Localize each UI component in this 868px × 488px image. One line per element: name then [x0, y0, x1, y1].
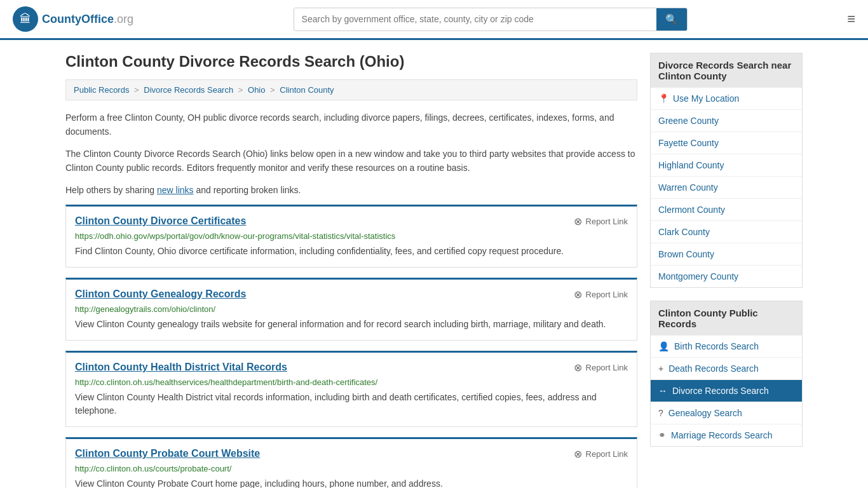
report-link-btn-2[interactable]: ⊗ Report Link	[574, 362, 628, 374]
breadcrumb-ohio[interactable]: Ohio	[248, 85, 265, 95]
public-records-item-4[interactable]: ⚭Marriage Records Search	[651, 424, 802, 446]
breadcrumb-clinton-county[interactable]: Clinton County	[280, 85, 334, 95]
location-icon: 📍	[658, 93, 669, 104]
page-title: Clinton County Divorce Records Search (O…	[65, 53, 637, 71]
nearby-county-item[interactable]: Montgomery County	[651, 266, 802, 287]
result-card: Clinton County Genealogy Records ⊗ Repor…	[65, 278, 637, 341]
result-url-0: https://odh.ohio.gov/wps/portal/gov/odh/…	[75, 231, 628, 241]
nearby-list: 📍 Use My Location Greene CountyFayette C…	[650, 88, 803, 288]
nearby-county-item[interactable]: Greene County	[651, 110, 802, 132]
nearby-county-item[interactable]: Highland County	[651, 154, 802, 177]
search-bar: 🔍	[294, 8, 688, 31]
result-title-1[interactable]: Clinton County Genealogy Records	[75, 288, 246, 300]
nearby-title: Divorce Records Search near Clinton Coun…	[650, 53, 803, 88]
result-card: Clinton County Health District Vital Rec…	[65, 351, 637, 427]
search-input[interactable]	[294, 8, 656, 30]
sidebar-icon-4: ⚭	[658, 430, 666, 440]
result-card: Clinton County Probate Court Website ⊗ R…	[65, 437, 637, 488]
main-wrapper: Clinton County Divorce Records Search (O…	[53, 40, 815, 488]
sidebar-icon-3: ?	[658, 408, 663, 418]
content-area: Clinton County Divorce Records Search (O…	[65, 53, 637, 488]
sidebar-icon-0: 👤	[658, 341, 669, 351]
breadcrumb-sep2: >	[238, 85, 245, 95]
new-links-link[interactable]: new links	[157, 185, 194, 195]
result-desc-1: View Clinton County genealogy trails web…	[75, 318, 628, 331]
sidebar: Divorce Records Search near Clinton Coun…	[650, 53, 803, 488]
result-card: Clinton County Divorce Certificates ⊗ Re…	[65, 205, 637, 268]
header: 🏛 CountyOffice.org 🔍 ≡	[0, 0, 868, 40]
public-records-section: Clinton County Public Records 👤Birth Rec…	[650, 301, 803, 447]
logo-text: CountyOffice.org	[42, 13, 133, 26]
search-icon: 🔍	[665, 14, 678, 25]
result-desc-0: Find Clinton County, Ohio divorce certif…	[75, 245, 628, 258]
public-records-items: 👤Birth Records Search+Death Records Sear…	[651, 336, 802, 446]
nearby-counties-list: Greene CountyFayette CountyHighland Coun…	[651, 110, 802, 287]
breadcrumb-public-records[interactable]: Public Records	[74, 85, 129, 95]
result-title-3[interactable]: Clinton County Probate Court Website	[75, 448, 260, 459]
report-icon-0: ⊗	[574, 215, 582, 227]
menu-icon[interactable]: ≡	[847, 11, 855, 27]
public-records-title: Clinton County Public Records	[650, 301, 803, 336]
result-url-2: http://co.clinton.oh.us/healthservices/h…	[75, 377, 628, 387]
breadcrumb-sep1: >	[134, 85, 141, 95]
public-records-item-3[interactable]: ?Genealogy Search	[651, 402, 802, 424]
use-my-location[interactable]: 📍 Use My Location	[651, 88, 802, 110]
public-records-list: 👤Birth Records Search+Death Records Sear…	[650, 336, 803, 447]
report-icon-1: ⊗	[574, 288, 582, 301]
nearby-county-item[interactable]: Brown County	[651, 243, 802, 266]
sidebar-icon-1: +	[658, 363, 663, 374]
report-link-btn-0[interactable]: ⊗ Report Link	[574, 215, 628, 227]
logo-icon: 🏛	[13, 6, 38, 32]
description-3: Help others by sharing new links and rep…	[65, 183, 637, 197]
public-records-item-1[interactable]: +Death Records Search	[651, 358, 802, 380]
result-desc-3: View Clinton County Probate Court home p…	[75, 477, 628, 488]
breadcrumb: Public Records > Divorce Records Search …	[65, 79, 637, 100]
description-2: The Clinton County Divorce Records Searc…	[65, 147, 637, 175]
result-desc-2: View Clinton County Health District vita…	[75, 391, 628, 417]
sidebar-icon-2: ↔	[658, 386, 667, 396]
logo-area[interactable]: 🏛 CountyOffice.org	[13, 6, 133, 32]
description-1: Perform a free Clinton County, OH public…	[65, 111, 637, 139]
nearby-county-item[interactable]: Clark County	[651, 221, 802, 243]
search-button[interactable]: 🔍	[656, 8, 687, 30]
report-link-btn-1[interactable]: ⊗ Report Link	[574, 288, 628, 301]
nearby-county-item[interactable]: Fayette County	[651, 132, 802, 154]
result-url-1: http://genealogytrails.com/ohio/clinton/	[75, 304, 628, 314]
result-url-3: http://co.clinton.oh.us/courts/probate-c…	[75, 464, 628, 473]
report-link-btn-3[interactable]: ⊗ Report Link	[574, 448, 628, 460]
breadcrumb-sep3: >	[270, 85, 277, 95]
nearby-county-item[interactable]: Warren County	[651, 177, 802, 199]
report-icon-2: ⊗	[574, 362, 582, 374]
public-records-item-2[interactable]: ↔Divorce Records Search	[651, 380, 802, 402]
public-records-item-0[interactable]: 👤Birth Records Search	[651, 336, 802, 358]
report-icon-3: ⊗	[574, 448, 582, 460]
result-title-2[interactable]: Clinton County Health District Vital Rec…	[75, 362, 287, 373]
nearby-section: Divorce Records Search near Clinton Coun…	[650, 53, 803, 288]
result-title-0[interactable]: Clinton County Divorce Certificates	[75, 215, 246, 227]
nearby-county-item[interactable]: Clermont County	[651, 199, 802, 221]
breadcrumb-divorce-records[interactable]: Divorce Records Search	[144, 85, 233, 95]
results-container: Clinton County Divorce Certificates ⊗ Re…	[65, 205, 637, 488]
